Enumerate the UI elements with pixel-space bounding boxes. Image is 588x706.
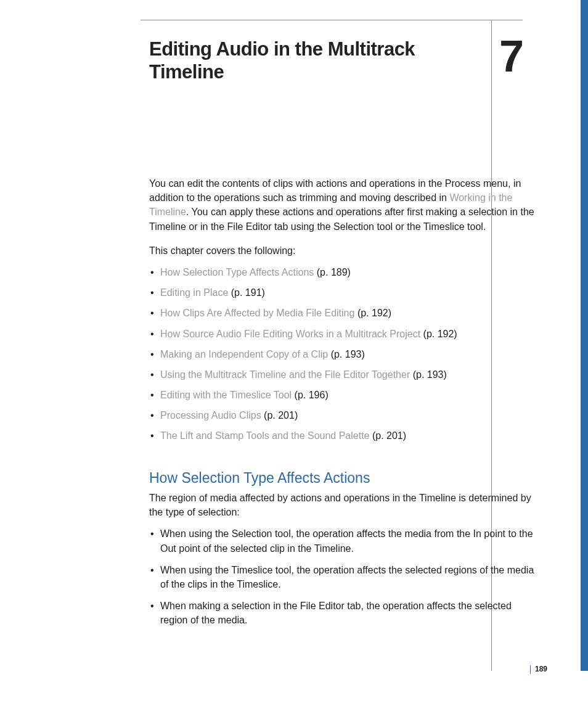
toc-item: Editing with the Timeslice Tool (p. 196) bbox=[149, 388, 541, 402]
toc-page: (p. 192) bbox=[423, 329, 457, 339]
toc-item: The Lift and Stamp Tools and the Sound P… bbox=[149, 429, 541, 443]
list-item: When using the Selection tool, the opera… bbox=[149, 527, 541, 555]
toc-page: (p. 193) bbox=[413, 369, 447, 380]
chapter-number: 7 bbox=[499, 31, 523, 81]
toc-item: Making an Independent Copy of a Clip (p.… bbox=[149, 347, 541, 361]
toc-link[interactable]: How Clips Are Affected by Media File Edi… bbox=[160, 308, 354, 318]
header-rule bbox=[141, 20, 523, 20]
section-bullet-list: When using the Selection tool, the opera… bbox=[149, 527, 541, 627]
toc-link[interactable]: Using the Multitrack Timeline and the Fi… bbox=[160, 369, 410, 380]
toc-item: Using the Multitrack Timeline and the Fi… bbox=[149, 367, 541, 382]
toc-link[interactable]: Making an Independent Copy of a Clip bbox=[160, 349, 328, 359]
intro-text-2: . You can apply these actions and operat… bbox=[149, 207, 534, 231]
toc-link[interactable]: Editing in Place bbox=[160, 287, 228, 298]
toc-page: (p. 201) bbox=[264, 410, 298, 421]
toc-page: (p. 192) bbox=[357, 308, 391, 318]
list-item: When using the Timeslice tool, the opera… bbox=[149, 563, 541, 591]
toc-item: How Source Audio File Editing Works in a… bbox=[149, 327, 541, 341]
toc-page: (p. 201) bbox=[372, 430, 406, 441]
toc-link[interactable]: Processing Audio Clips bbox=[160, 410, 261, 421]
toc-item: How Clips Are Affected by Media File Edi… bbox=[149, 306, 541, 320]
intro-paragraph: You can edit the contents of clips with … bbox=[149, 176, 541, 234]
section-paragraph: The region of media affected by actions … bbox=[149, 491, 541, 519]
toc-page: (p. 193) bbox=[331, 349, 365, 359]
chapter-title: Editing Audio in the Multitrack Timeline bbox=[149, 38, 479, 83]
toc-item: Processing Audio Clips (p. 201) bbox=[149, 408, 541, 422]
toc-item: How Selection Type Affects Actions (p. 1… bbox=[149, 265, 541, 279]
toc-page: (p. 191) bbox=[231, 287, 265, 298]
toc-link[interactable]: Editing with the Timeslice Tool bbox=[160, 390, 292, 400]
section-heading: How Selection Type Affects Actions bbox=[149, 468, 541, 488]
toc-page: (p. 196) bbox=[295, 390, 329, 400]
page-content: You can edit the contents of clips with … bbox=[149, 176, 541, 634]
covers-heading: This chapter covers the following: bbox=[149, 244, 541, 258]
sidebar-blue-bar bbox=[581, 0, 588, 671]
page-number-tick bbox=[530, 665, 531, 674]
toc-item: Editing in Place (p. 191) bbox=[149, 285, 541, 300]
toc-list: How Selection Type Affects Actions (p. 1… bbox=[149, 265, 541, 443]
page-number: 189 bbox=[535, 665, 547, 673]
toc-link[interactable]: How Selection Type Affects Actions bbox=[160, 267, 314, 277]
list-item: When making a selection in the File Edit… bbox=[149, 599, 541, 627]
toc-link[interactable]: How Source Audio File Editing Works in a… bbox=[160, 329, 420, 339]
toc-link[interactable]: The Lift and Stamp Tools and the Sound P… bbox=[160, 430, 370, 441]
toc-page: (p. 189) bbox=[317, 267, 351, 277]
